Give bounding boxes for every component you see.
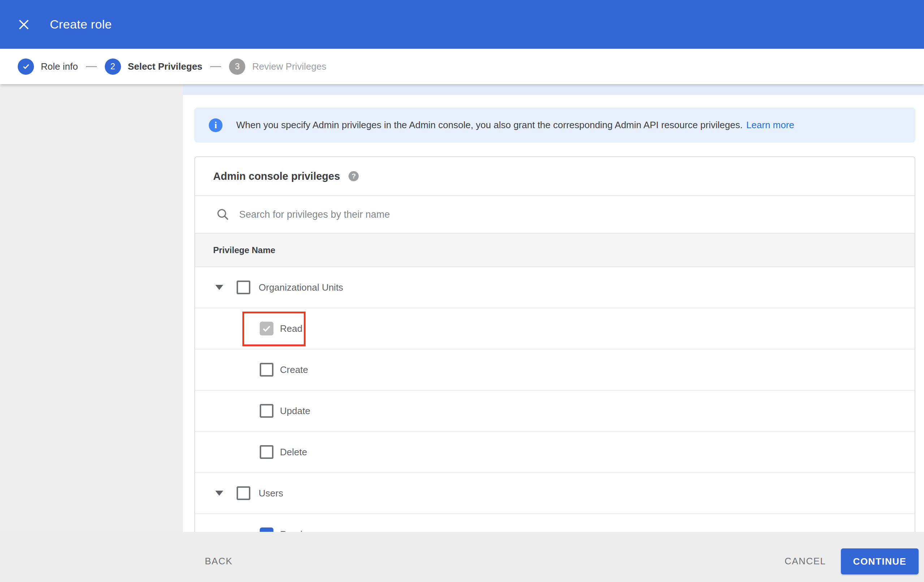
stepper: Role info 2 Select Privileges 3 Review P… (0, 49, 924, 84)
privilege-label: Users (259, 488, 283, 499)
privilege-label: Organizational Units (259, 282, 343, 293)
privilege-label: Read (280, 529, 302, 532)
admin-console-privileges-heading: Admin console privileges (213, 170, 340, 182)
table-row: Delete (195, 432, 915, 473)
info-banner: i When you specify Admin privileges in t… (194, 107, 915, 143)
privilege-list: Organizational UnitsReadCreateUpdateDele… (195, 267, 915, 532)
learn-more-link[interactable]: Learn more (746, 119, 794, 130)
privilege-checkbox[interactable] (260, 404, 274, 418)
content-area: i When you specify Admin privileges in t… (183, 84, 924, 532)
create-role-dialog: Create role Role info 2 Select Privilege… (0, 0, 924, 582)
privilege-checkbox[interactable] (260, 445, 274, 459)
privilege-label: Delete (280, 447, 307, 458)
continue-button[interactable]: CONTINUE (841, 548, 919, 574)
help-icon[interactable]: ? (348, 171, 359, 181)
close-icon (18, 19, 29, 30)
privileges-card: Admin console privileges ? Privilege Nam… (194, 156, 915, 532)
table-row: Organizational Units (195, 267, 915, 308)
step-3-circle: 3 (229, 58, 245, 75)
info-banner-text: When you specify Admin privileges in the… (236, 119, 794, 131)
privilege-label: Update (280, 406, 310, 417)
info-banner-message: When you specify Admin privileges in the… (236, 119, 742, 130)
privilege-label: Create (280, 364, 308, 376)
privilege-checkbox[interactable] (237, 486, 250, 500)
step-role-info[interactable]: Role info (18, 58, 78, 75)
step-2-label: Select Privileges (128, 61, 203, 72)
search-icon (216, 208, 230, 221)
cancel-button[interactable]: CANCEL (785, 556, 826, 567)
step-review-privileges[interactable]: 3 Review Privileges (229, 58, 326, 75)
step-3-label: Review Privileges (252, 61, 326, 72)
table-row: Users (195, 473, 915, 514)
step-select-privileges[interactable]: 2 Select Privileges (105, 58, 203, 75)
scrolled-banner-edge (183, 84, 924, 95)
step-connector (86, 66, 97, 67)
search-row (195, 196, 915, 234)
info-icon: i (209, 119, 223, 132)
privilege-label: Read (280, 323, 302, 334)
privilege-name-header: Privilege Name (213, 245, 275, 255)
expand-arrow-icon[interactable] (215, 285, 223, 290)
checkmark-icon (261, 323, 272, 334)
expand-arrow-icon[interactable] (215, 491, 223, 496)
privilege-checkbox[interactable] (237, 280, 250, 294)
checkmark-icon (21, 62, 30, 71)
step-connector (210, 66, 221, 67)
table-row: Create (195, 350, 915, 391)
table-row: Read (195, 514, 915, 532)
privilege-checkbox[interactable] (260, 528, 274, 532)
step-1-circle (18, 58, 34, 75)
page-title: Create role (50, 17, 112, 31)
table-row: Read (195, 308, 915, 350)
left-sidebar (0, 84, 183, 532)
footer-bar: BACK CANCEL CONTINUE (0, 532, 924, 582)
privilege-checkbox[interactable] (260, 363, 274, 377)
card-heading-row: Admin console privileges ? (195, 157, 915, 196)
close-button[interactable] (16, 17, 31, 32)
back-button[interactable]: BACK (205, 556, 233, 567)
app-header: Create role (0, 0, 924, 49)
step-2-circle: 2 (105, 58, 121, 75)
checkmark-icon (261, 529, 272, 532)
table-row: Update (195, 391, 915, 432)
step-1-label: Role info (41, 61, 78, 72)
privilege-checkbox[interactable] (260, 322, 274, 335)
search-input[interactable] (239, 204, 915, 225)
table-header: Privilege Name (195, 234, 915, 267)
